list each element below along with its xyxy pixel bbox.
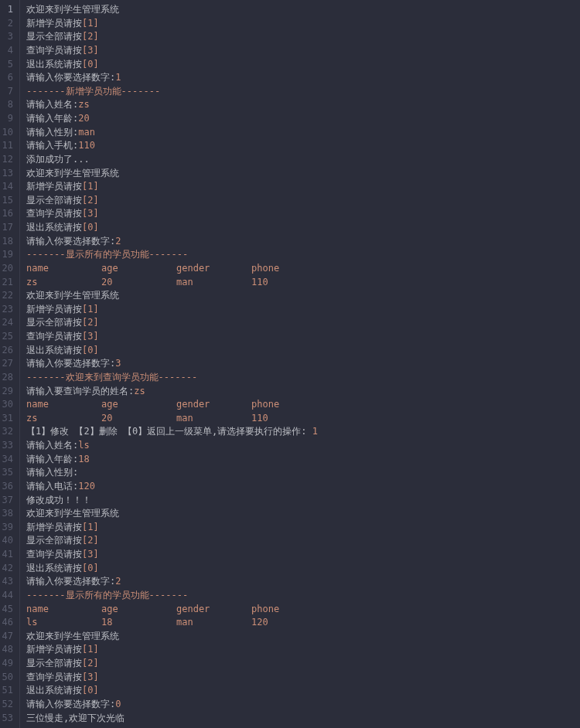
line-number: 14 <box>0 180 13 194</box>
text-segment: [1] <box>82 181 99 192</box>
code-line: 请输入你要选择数字:2 <box>26 575 318 589</box>
text-segment: 请输入性别: <box>26 127 78 138</box>
table-cell: man <box>176 616 251 630</box>
table-cell: 110 <box>251 412 268 426</box>
text-segment: 三位慢走,欢迎下次光临 <box>26 713 125 723</box>
code-line: 显示全部请按[2] <box>26 316 318 330</box>
code-line: 请输入你要选择数字:1 <box>26 71 318 85</box>
table-cell: 18 <box>101 616 176 630</box>
text-segment: 3 <box>115 358 121 369</box>
line-number: 27 <box>0 357 13 371</box>
text-segment: 0 <box>115 699 121 709</box>
line-number: 23 <box>0 303 13 317</box>
code-line: 请输入性别: <box>26 466 318 480</box>
code-line: 退出系统请按[0] <box>26 684 318 698</box>
text-segment: 欢迎来到学生管理系统 <box>26 508 119 519</box>
text-segment: 退出系统请按 <box>26 563 82 573</box>
code-line: nameagegenderphone <box>26 398 318 412</box>
line-number: 51 <box>0 684 13 698</box>
code-line: 欢迎来到学生管理系统 <box>26 289 318 303</box>
line-number: 38 <box>0 507 13 521</box>
code-line: 欢迎来到学生管理系统 <box>26 630 318 644</box>
code-line: 欢迎来到学生管理系统 <box>26 167 318 181</box>
text-segment: 请输入你要选择数字: <box>26 699 115 709</box>
text-segment: [1] <box>82 304 99 315</box>
table-cell: name <box>26 603 101 617</box>
text-segment: [3] <box>82 549 99 560</box>
text-segment: 2 <box>115 236 121 247</box>
code-line: 显示全部请按[2] <box>26 657 318 671</box>
text-segment: 显示全部请按 <box>26 535 82 546</box>
code-line: 查询学员请按[3] <box>26 671 318 685</box>
line-number: 3 <box>0 30 13 44</box>
text-segment: 欢迎来到学生管理系统 <box>26 631 119 641</box>
text-segment: 新增学员请按 <box>26 181 82 192</box>
text-segment: 欢迎来到学生管理系统 <box>26 168 119 179</box>
text-segment: 查询学员请按 <box>26 331 82 342</box>
line-number: 18 <box>0 235 13 249</box>
table-cell: zs <box>26 276 101 290</box>
text-segment: [1] <box>82 644 99 655</box>
table-cell: age <box>101 603 176 617</box>
line-number: 36 <box>0 480 13 494</box>
line-number: 17 <box>0 221 13 235</box>
text-segment: [1] <box>82 522 99 532</box>
code-line: nameagegenderphone <box>26 262 318 276</box>
line-number: 4 <box>0 44 13 58</box>
text-segment: [2] <box>82 195 99 206</box>
code-line: 新增学员请按[1] <box>26 17 318 31</box>
line-number: 16 <box>0 207 13 221</box>
code-line: 查询学员请按[3] <box>26 330 318 344</box>
line-number-gutter: 1234567891011121314151617181920212223242… <box>0 0 20 728</box>
line-number: 21 <box>0 276 13 290</box>
code-editor: 1234567891011121314151617181920212223242… <box>0 0 580 728</box>
line-number: 13 <box>0 167 13 181</box>
line-number: 9 <box>0 112 13 126</box>
line-number: 44 <box>0 589 13 603</box>
text-segment: -------新增学员功能------- <box>26 86 160 97</box>
code-line: -------欢迎来到查询学员功能------- <box>26 371 318 385</box>
text-segment: 修改成功！！！ <box>26 495 91 505</box>
text-segment: 新增学员请按 <box>26 522 82 532</box>
text-segment: 请输入姓名: <box>26 440 78 451</box>
table-cell: phone <box>251 262 279 276</box>
code-content[interactable]: 欢迎来到学生管理系统新增学员请按[1]显示全部请按[2]查询学员请按[3]退出系… <box>20 0 318 728</box>
table-cell: zs <box>26 412 101 426</box>
text-segment: [0] <box>82 222 99 233</box>
text-segment: 欢迎来到学生管理系统 <box>26 290 119 301</box>
code-line: 显示全部请按[2] <box>26 30 318 44</box>
code-line: 请输入你要选择数字:3 <box>26 357 318 371</box>
table-cell: name <box>26 262 101 276</box>
text-segment: [3] <box>82 208 99 219</box>
table-cell: name <box>26 398 101 412</box>
table-cell: phone <box>251 603 279 617</box>
line-number: 30 <box>0 398 13 412</box>
code-line: 退出系统请按[0] <box>26 344 318 358</box>
text-segment: 110 <box>78 140 95 151</box>
text-segment: 欢迎来到学生管理系统 <box>26 4 119 15</box>
text-segment: [3] <box>82 672 99 682</box>
text-segment: 新增学员请按 <box>26 304 82 315</box>
text-segment: [0] <box>82 685 99 696</box>
text-segment: [3] <box>82 45 99 56</box>
table-cell: man <box>176 276 251 290</box>
code-line: 显示全部请按[2] <box>26 194 318 208</box>
text-segment: 退出系统请按 <box>26 59 82 70</box>
text-segment: zs <box>134 386 145 396</box>
code-line: -------显示所有的学员功能------- <box>26 589 318 603</box>
text-segment: [0] <box>82 563 99 573</box>
code-line: -------显示所有的学员功能------- <box>26 248 318 262</box>
text-segment: 显示全部请按 <box>26 317 82 328</box>
line-number: 28 <box>0 371 13 385</box>
line-number: 32 <box>0 425 13 439</box>
line-number: 42 <box>0 562 13 576</box>
line-number: 8 <box>0 98 13 112</box>
text-segment: 请输入你要选择数字: <box>26 358 115 369</box>
line-number: 22 <box>0 289 13 303</box>
code-line: ls18man120 <box>26 616 318 630</box>
line-number: 53 <box>0 712 13 726</box>
line-number: 45 <box>0 603 13 617</box>
code-line: 欢迎来到学生管理系统 <box>26 507 318 521</box>
text-segment: 添加成功了... <box>26 154 90 165</box>
text-segment: zs <box>78 99 89 110</box>
